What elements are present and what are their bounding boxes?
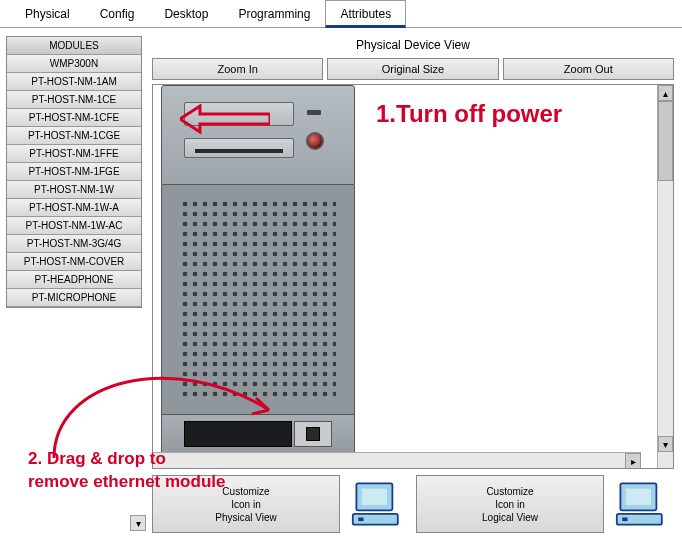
power-button[interactable] [306, 132, 324, 150]
module-item[interactable]: PT-MICROPHONE [7, 289, 141, 307]
module-item[interactable]: PT-HOST-NM-COVER [7, 253, 141, 271]
module-item[interactable]: PT-HOST-NM-1CFE [7, 109, 141, 127]
customize-logical-icon-button[interactable]: Customize Icon in Logical View [416, 475, 604, 533]
module-item[interactable]: PT-HOST-NM-1W-AC [7, 217, 141, 235]
physical-view-title: Physical Device View [152, 34, 674, 58]
zoom-out-button[interactable]: Zoom Out [503, 58, 674, 80]
tab-attributes[interactable]: Attributes [325, 0, 406, 28]
tab-config[interactable]: Config [85, 0, 150, 27]
tab-bar: Physical Config Desktop Programming Attr… [0, 0, 682, 28]
pc-icon [610, 475, 674, 533]
tower-grille [161, 185, 355, 415]
empty-slot[interactable] [184, 421, 292, 447]
svg-rect-7 [622, 518, 627, 522]
ethernet-module[interactable] [294, 421, 332, 447]
module-item[interactable]: PT-HOST-NM-1FFE [7, 145, 141, 163]
scroll-thumb[interactable] [658, 101, 673, 181]
module-item[interactable]: PT-HOST-NM-1AM [7, 73, 141, 91]
annotation-step1: 1.Turn off power [376, 100, 562, 128]
tab-programming[interactable]: Programming [223, 0, 325, 27]
scroll-right-button[interactable]: ▸ [625, 453, 641, 468]
module-item[interactable]: PT-HOST-NM-1W [7, 181, 141, 199]
module-list: MODULES WMP300N PT-HOST-NM-1AM PT-HOST-N… [6, 36, 142, 308]
pc-icon [346, 475, 410, 533]
tab-desktop[interactable]: Desktop [149, 0, 223, 27]
svg-rect-5 [626, 489, 651, 505]
module-item[interactable]: WMP300N [7, 55, 141, 73]
svg-rect-3 [358, 518, 363, 522]
floppy-drive-icon [184, 138, 294, 158]
module-item[interactable]: PT-HOST-NM-1W-A [7, 199, 141, 217]
module-list-header: MODULES [7, 37, 141, 55]
module-item[interactable]: PT-HOST-NM-1CGE [7, 127, 141, 145]
vertical-scrollbar[interactable]: ▴ ▾ [657, 85, 673, 468]
zoom-in-button[interactable]: Zoom In [152, 58, 323, 80]
device-viewport: ◉ ◉ ▭ ⊷ ◉ ◉ ▸ ▴ ▾ [152, 84, 674, 469]
led-indicator-icon [307, 110, 321, 115]
ethernet-port-icon [306, 427, 320, 441]
arrow-icon [180, 104, 270, 134]
svg-rect-1 [362, 489, 387, 505]
module-item[interactable]: PT-HOST-NM-1FGE [7, 163, 141, 181]
annotation-step2: 2. Drag & drop to remove ethernet module [28, 448, 228, 494]
tab-physical[interactable]: Physical [10, 0, 85, 27]
original-size-button[interactable]: Original Size [327, 58, 498, 80]
pc-tower[interactable]: ◉ ◉ ▭ ⊷ ◉ ◉ [161, 85, 355, 445]
sidebar-scroll-down[interactable]: ▾ [130, 515, 146, 531]
module-item[interactable]: PT-HOST-NM-1CE [7, 91, 141, 109]
scroll-up-button[interactable]: ▴ [658, 85, 673, 101]
tower-top-panel [161, 85, 355, 185]
module-item[interactable]: PT-HOST-NM-3G/4G [7, 235, 141, 253]
module-item[interactable]: PT-HEADPHONE [7, 271, 141, 289]
scroll-down-button[interactable]: ▾ [658, 436, 673, 452]
